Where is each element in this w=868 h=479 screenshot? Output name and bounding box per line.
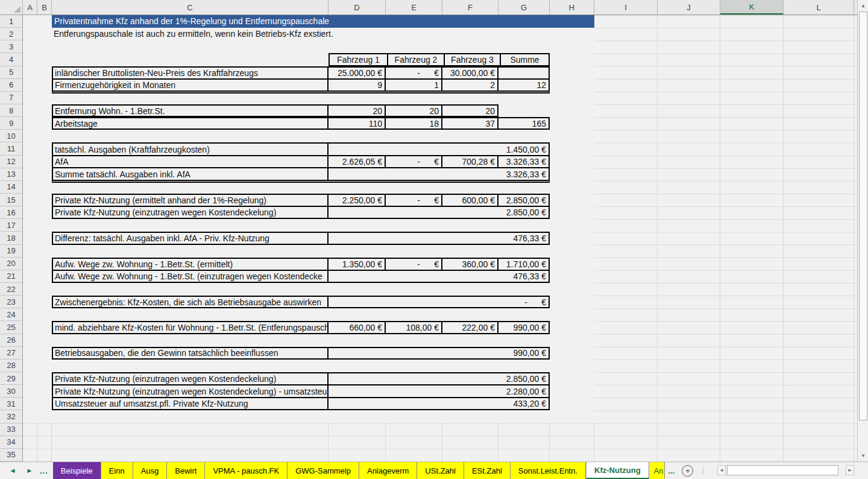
cell-C15[interactable]: Private Kfz-Nutzung (ermittelt anhand de… <box>53 195 327 206</box>
sheet-tab-vpma-pausch-fk[interactable]: VPMA - pausch.FK <box>205 462 288 479</box>
cell-D31-G31[interactable]: 433,20 € <box>327 398 549 409</box>
row-header-24[interactable]: 24 <box>0 308 22 321</box>
cell-E15[interactable]: - € <box>385 195 441 206</box>
cell-C25[interactable]: mind. abziehbare Kfz-Kosten für Wohnung … <box>53 322 327 332</box>
scroll-right-icon[interactable]: ► <box>846 465 854 475</box>
sheet-tab-ausg[interactable]: Ausg <box>133 462 168 479</box>
cell-C23[interactable]: Zwischenergebnis: Kfz-Kosten, die sich a… <box>53 297 327 307</box>
row-header-19[interactable]: 19 <box>0 245 22 258</box>
cell-D15[interactable]: 2.250,00 € <box>327 195 385 206</box>
row-header-32[interactable]: 32 <box>0 410 22 423</box>
cell-G9[interactable]: 165 <box>497 118 549 128</box>
column-header-K[interactable]: K <box>720 0 784 14</box>
column-header-B[interactable]: B <box>37 0 52 14</box>
row-header-34[interactable]: 34 <box>0 436 22 449</box>
cell-C1-title[interactable]: Privatentnahme Kfz anhand der 1%-Regelun… <box>52 15 594 28</box>
row-header-28[interactable]: 28 <box>0 360 22 372</box>
scroll-left-icon[interactable]: ◄ <box>717 465 726 475</box>
row-header-29[interactable]: 29 <box>0 372 22 385</box>
row-header-15[interactable]: 15 <box>0 194 22 206</box>
cell-D13-G13[interactable]: 3.326,33 € <box>327 168 549 179</box>
cell-F6[interactable]: 2 <box>441 80 497 90</box>
cell-C16[interactable]: Private Kfz-Nutzung (einzutragen wegen K… <box>53 207 327 218</box>
row-header-7[interactable]: 7 <box>0 92 22 104</box>
row-header-13[interactable]: 13 <box>0 168 22 181</box>
cell-D18-G18[interactable]: 476,33 € <box>327 233 549 243</box>
tab-overflow-ellipsis[interactable]: ... <box>668 466 675 475</box>
row-header-26[interactable]: 26 <box>0 334 22 347</box>
cell-D5[interactable]: 25.000,00 € <box>327 68 385 78</box>
cell-E25[interactable]: 108,00 € <box>385 322 441 332</box>
cell-C20[interactable]: Aufw. Wege zw. Wohnung - 1.Betr.St. (erm… <box>53 259 327 270</box>
row-header-23[interactable]: 23 <box>0 296 22 308</box>
cell-D29-G29[interactable]: 2.850,00 € <box>327 373 549 384</box>
cell-F20[interactable]: 360,00 € <box>441 259 497 270</box>
row-header-4[interactable]: 4 <box>0 53 22 66</box>
row-header-17[interactable]: 17 <box>0 219 22 232</box>
horizontal-scroll-thumb[interactable] <box>727 465 838 475</box>
tab-nav-right-icon[interactable]: ▶ <box>25 465 34 477</box>
row-header-18[interactable]: 18 <box>0 232 22 244</box>
row-header-16[interactable]: 16 <box>0 206 22 219</box>
sheet-tab-sonst-leist-entn-[interactable]: Sonst.Leist.Entn. <box>511 462 586 479</box>
row-header-14[interactable]: 14 <box>0 181 22 194</box>
cell-C21[interactable]: Aufw. Wege zw. Wohnung - 1.Betr.St. (ein… <box>53 271 327 282</box>
cell-D20[interactable]: 1.350,00 € <box>327 259 385 270</box>
cell-C30[interactable]: Private Kfz-Nutzung (einzutragen wegen K… <box>53 385 327 396</box>
column-header-G[interactable]: G <box>498 0 550 14</box>
row-header-33[interactable]: 33 <box>0 423 22 436</box>
sheet-tab-kfz-nutzung[interactable]: Kfz-Nutzung <box>586 462 649 479</box>
horizontal-scroll-track[interactable] <box>726 465 846 475</box>
cell-E4[interactable]: Fahrzeug 2 <box>387 54 444 65</box>
row-header-1[interactable]: 1 <box>0 15 22 28</box>
row-header-5[interactable]: 5 <box>0 66 22 79</box>
cell-D6[interactable]: 9 <box>327 80 385 90</box>
cell-D9[interactable]: 110 <box>327 118 385 128</box>
column-header-C[interactable]: C <box>52 0 329 14</box>
cell-D21-G21[interactable]: 476,33 € <box>327 271 549 282</box>
cell-F5[interactable]: 30.000,00 € <box>441 68 497 78</box>
column-header-J[interactable]: J <box>658 0 720 14</box>
cell-C29[interactable]: Private Kfz-Nutzung (einzutragen wegen K… <box>53 373 327 384</box>
cell-C18[interactable]: Differenz: tatsächl. Ausgaben inkl. AfA … <box>53 233 327 243</box>
worksheet-grid[interactable]: Privatentnahme Kfz anhand der 1%-Regelun… <box>23 15 857 462</box>
cell-E12[interactable]: - € <box>385 156 441 167</box>
row-header-21[interactable]: 21 <box>0 270 22 283</box>
sheet-tab-gwg-sammelp[interactable]: GWG-Sammelp <box>288 462 359 479</box>
row-header-27[interactable]: 27 <box>0 347 22 360</box>
column-header-I[interactable]: I <box>594 0 658 14</box>
row-header-12[interactable]: 12 <box>0 156 22 168</box>
cell-F15[interactable]: 600,00 € <box>441 195 497 206</box>
cell-E9[interactable]: 18 <box>385 118 441 128</box>
cell-C27[interactable]: Betriebsausgaben, die den Gewinn tatsäch… <box>53 348 327 358</box>
scroll-down-icon[interactable]: ▼ <box>858 451 868 461</box>
vertical-scroll-thumb[interactable] <box>859 11 867 420</box>
row-header-10[interactable]: 10 <box>0 130 22 142</box>
cell-C6[interactable]: Firmenzugehörigkeit in Monaten <box>53 80 327 90</box>
horizontal-scrollbar[interactable]: ◄ ► <box>717 465 854 475</box>
tab-nav-left-icon[interactable]: ◀ <box>8 465 17 477</box>
column-header-L[interactable]: L <box>784 0 854 14</box>
row-header-30[interactable]: 30 <box>0 385 22 398</box>
cell-F9[interactable]: 37 <box>441 118 497 128</box>
cell-G20[interactable]: 1.710,00 € <box>497 259 549 270</box>
cell-C12[interactable]: AfA <box>53 156 327 167</box>
select-all-corner[interactable] <box>0 0 23 14</box>
row-header-8[interactable]: 8 <box>0 104 22 117</box>
row-header-9[interactable]: 9 <box>0 117 22 130</box>
row-header-20[interactable]: 20 <box>0 258 22 270</box>
cell-C13[interactable]: Summe tatsächl. Ausgaben inkl. AfA <box>53 168 327 179</box>
cell-G4[interactable]: Summe <box>500 54 549 65</box>
cell-F25[interactable]: 222,00 € <box>441 322 497 332</box>
cell-E20[interactable]: - € <box>385 259 441 270</box>
sheet-tab-anlageverm[interactable]: Anlageverm <box>359 462 417 479</box>
sheet-tab-est-zahl[interactable]: ESt.Zahl <box>464 462 511 479</box>
sheet-tab-beispiele[interactable]: Beispiele <box>53 462 101 479</box>
cell-E6[interactable]: 1 <box>385 80 441 90</box>
cell-G12[interactable]: 3.326,33 € <box>497 156 549 167</box>
cell-C31[interactable]: Umsatzsteuer auf umsatzst.pfl. Private K… <box>53 398 327 409</box>
column-header-F[interactable]: F <box>442 0 498 14</box>
cell-G6[interactable]: 12 <box>497 80 549 90</box>
row-header-25[interactable]: 25 <box>0 321 22 334</box>
cell-D11-G11[interactable]: 1.450,00 € <box>327 144 549 154</box>
